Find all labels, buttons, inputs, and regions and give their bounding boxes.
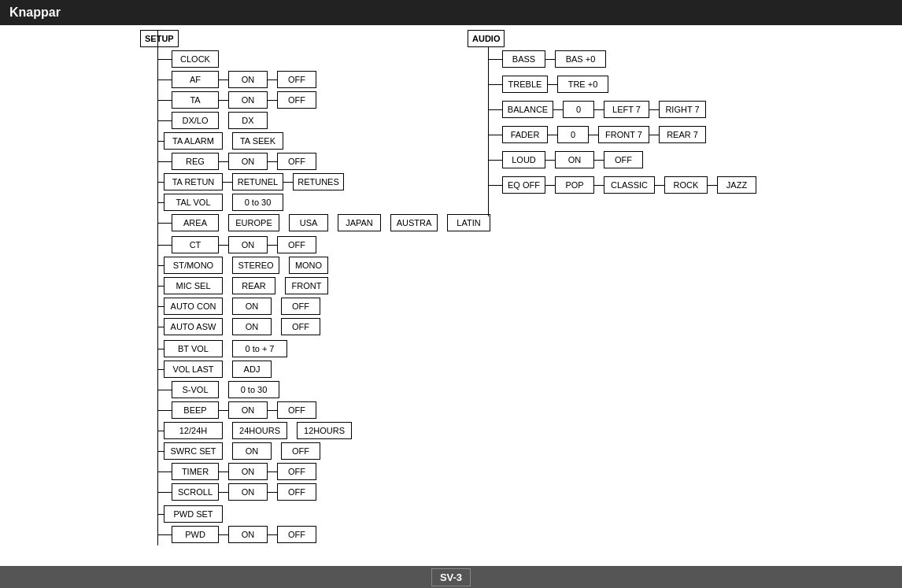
ta-retun-box: TA RETUN <box>164 173 223 190</box>
main-content: SETUP CLOCK AF ON OFF TA ON OFF DX/LO DX… <box>0 25 902 584</box>
rear7-box: REAR 7 <box>659 126 706 143</box>
scroll-off-box[interactable]: OFF <box>277 483 316 501</box>
af-on-box[interactable]: ON <box>228 71 268 88</box>
auto-con-on-box[interactable]: ON <box>232 298 272 315</box>
footer-label: SV-3 <box>431 568 471 586</box>
usa-box[interactable]: USA <box>289 214 328 231</box>
pwd-off-box[interactable]: OFF <box>277 526 316 543</box>
mic-sel-box: MIC SEL <box>164 277 223 294</box>
title-bar: Knappar <box>0 0 902 25</box>
loud-box: LOUD <box>502 151 545 168</box>
ta-on-box[interactable]: ON <box>228 91 268 109</box>
clock-box: CLOCK <box>172 50 219 68</box>
scroll-box: SCROLL <box>172 483 219 501</box>
retunel-box: RETUNEL <box>232 173 283 190</box>
reg-on-box[interactable]: ON <box>228 153 268 170</box>
mono-box[interactable]: MONO <box>289 257 328 274</box>
pwd-on-box[interactable]: ON <box>228 526 268 543</box>
front7-box: FRONT 7 <box>598 126 649 143</box>
reg-off-box[interactable]: OFF <box>277 153 316 170</box>
bas-plus0-box: BAS +0 <box>555 50 606 68</box>
vol-last-box: VOL LAST <box>164 361 223 378</box>
europe-box[interactable]: EUROPE <box>228 214 279 231</box>
beep-box: BEEP <box>172 401 219 419</box>
beep-off-box[interactable]: OFF <box>277 401 316 419</box>
latin-box[interactable]: LATIN <box>447 214 490 231</box>
ct-off-box[interactable]: OFF <box>277 236 316 253</box>
jazz-box[interactable]: JAZZ <box>717 176 756 194</box>
fader-val-box: 0 <box>557 126 589 143</box>
swrc-set-box: SWRC SET <box>164 442 223 460</box>
rear-box[interactable]: REAR <box>232 277 275 294</box>
auto-asw-box: AUTO ASW <box>164 318 223 335</box>
12hours-box[interactable]: 12HOURS <box>297 422 352 439</box>
balance-box: BALANCE <box>502 101 553 118</box>
dx-box: DX <box>228 112 268 129</box>
austra-box[interactable]: AUSTRA <box>390 214 438 231</box>
ta-box: TA <box>172 91 219 109</box>
beep-on-box[interactable]: ON <box>228 401 268 419</box>
treble-box: TREBLE <box>502 76 548 93</box>
swrc-off-box[interactable]: OFF <box>281 442 320 460</box>
timer-on-box[interactable]: ON <box>228 463 268 480</box>
ta-off-box[interactable]: OFF <box>277 91 316 109</box>
rock-box[interactable]: ROCK <box>664 176 708 194</box>
dxlo-box: DX/LO <box>172 112 219 129</box>
app-title: Knappar <box>9 6 61 20</box>
fader-box: FADER <box>502 126 548 143</box>
st-mono-box: ST/MONO <box>164 257 223 274</box>
setup-label: SETUP <box>140 30 179 47</box>
auto-con-off-box[interactable]: OFF <box>281 298 320 315</box>
japan-box[interactable]: JAPAN <box>338 214 381 231</box>
tal-vol-box: TAL VOL <box>164 194 223 211</box>
af-box: AF <box>172 71 219 88</box>
right7-box: RIGHT 7 <box>659 101 706 118</box>
bass-box: BASS <box>502 50 545 68</box>
loud-off-box[interactable]: OFF <box>604 151 643 168</box>
bt-vol-val-box: 0 to + 7 <box>232 340 287 357</box>
adj-box: ADJ <box>232 361 272 378</box>
scroll-on-box[interactable]: ON <box>228 483 268 501</box>
auto-asw-on-box[interactable]: ON <box>232 318 272 335</box>
12-24h-box: 12/24H <box>164 422 223 439</box>
s-vol-val-box: 0 to 30 <box>228 381 279 398</box>
classic-box[interactable]: CLASSIC <box>604 176 655 194</box>
left7-box: LEFT 7 <box>604 101 649 118</box>
ct-on-box[interactable]: ON <box>228 236 268 253</box>
stereo-box[interactable]: STEREO <box>232 257 279 274</box>
auto-asw-off-box[interactable]: OFF <box>281 318 320 335</box>
ta-seek-box: TA SEEK <box>232 132 283 150</box>
s-vol-box: S-VOL <box>172 381 219 398</box>
audio-label: AUDIO <box>468 30 505 47</box>
af-off-box[interactable]: OFF <box>277 71 316 88</box>
loud-on-box[interactable]: ON <box>555 151 594 168</box>
tal-vol-val-box: 0 to 30 <box>232 194 283 211</box>
ta-alarm-box: TA ALARM <box>164 132 223 150</box>
bt-vol-box: BT VOL <box>164 340 223 357</box>
auto-con-box: AUTO CON <box>164 298 223 315</box>
footer: SV-3 <box>0 566 902 588</box>
reg-box: REG <box>172 153 219 170</box>
retunes-box: RETUNES <box>293 173 344 190</box>
swrc-on-box[interactable]: ON <box>232 442 272 460</box>
pwd-set-box: PWD SET <box>164 505 223 523</box>
area-box: AREA <box>172 214 219 231</box>
timer-box: TIMER <box>172 463 219 480</box>
24hours-box[interactable]: 24HOURS <box>232 422 287 439</box>
timer-off-box[interactable]: OFF <box>277 463 316 480</box>
front-box[interactable]: FRONT <box>285 277 328 294</box>
eq-off-box[interactable]: EQ OFF <box>502 176 545 194</box>
tre-plus0-box: TRE +0 <box>557 76 608 93</box>
ct-box: CT <box>172 236 219 253</box>
pwd-box: PWD <box>172 526 219 543</box>
balance-val-box: 0 <box>563 101 594 118</box>
pop-box[interactable]: POP <box>555 176 594 194</box>
